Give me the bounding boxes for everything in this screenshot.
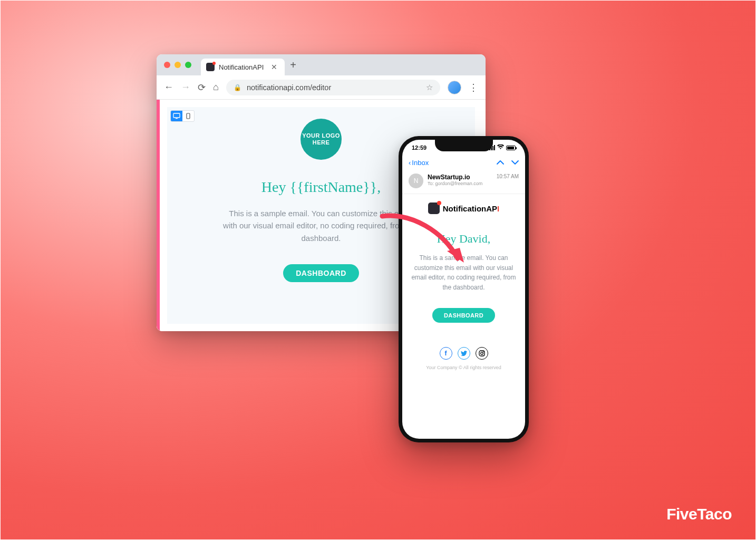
brand-logo: NotificationAPI — [428, 202, 500, 214]
dashboard-button[interactable]: DASHBOARD — [283, 264, 359, 282]
svg-point-5 — [483, 352, 484, 353]
mail-body: NotificationAPI Hey David, This is a sam… — [402, 194, 525, 439]
editor-side-rail — [157, 100, 160, 331]
tab-favicon-icon — [206, 63, 215, 71]
sender-avatar: N — [409, 173, 423, 188]
url-text: notificationapi.com/editor — [247, 83, 331, 92]
received-time: 10:57 AM — [497, 173, 519, 179]
address-bar[interactable]: 🔒 notificationapi.com/editor ☆ — [226, 80, 440, 95]
desktop-preview-button[interactable] — [171, 111, 182, 121]
brand-name-main: NotificationAP — [443, 204, 497, 213]
email-body-text: This is a sample email. You can customiz… — [221, 207, 421, 244]
desktop-icon — [173, 113, 180, 119]
profile-avatar[interactable] — [448, 81, 461, 94]
next-message-button[interactable] — [511, 159, 519, 167]
chevron-left-icon: ‹ — [409, 159, 411, 167]
watermark: FiveTaco — [666, 505, 732, 523]
mail-body-text: This is a sample email. You can customiz… — [410, 253, 518, 292]
minimize-window-button[interactable] — [175, 62, 181, 68]
browser-toolbar: ← → ⟳ ⌂ 🔒 notificationapi.com/editor ☆ ⋮ — [157, 75, 486, 100]
new-tab-button[interactable]: + — [290, 59, 296, 71]
close-tab-icon[interactable]: ✕ — [271, 63, 277, 71]
phone-screen: 12:59 ‹ Inbox — [402, 140, 525, 439]
svg-rect-1 — [176, 118, 178, 119]
instagram-icon[interactable] — [476, 347, 488, 360]
lock-icon: 🔒 — [234, 84, 241, 91]
maximize-window-button[interactable] — [185, 62, 191, 68]
mail-nav-bar: ‹ Inbox — [402, 156, 525, 169]
device-preview-toggle — [170, 110, 195, 122]
battery-icon — [506, 146, 516, 150]
forward-button[interactable]: → — [181, 82, 190, 93]
sender-name: NewStartup.io — [428, 173, 492, 181]
back-button[interactable]: ← — [164, 82, 173, 93]
home-button[interactable]: ⌂ — [213, 82, 219, 93]
mail-footer: Your Company © All rights reserved — [426, 365, 501, 370]
kebab-menu-icon[interactable]: ⋮ — [469, 82, 478, 93]
mail-header: N NewStartup.io To: gordon@freeman.com 1… — [402, 169, 525, 194]
window-controls — [164, 62, 191, 68]
twitter-icon[interactable] — [458, 347, 470, 360]
browser-tabstrip: NotificationAPI ✕ + — [157, 54, 486, 75]
browser-tab[interactable]: NotificationAPI ✕ — [201, 59, 285, 75]
phone-notch — [435, 140, 493, 151]
phone-mockup: 12:59 ‹ Inbox — [399, 136, 529, 442]
svg-point-4 — [480, 352, 483, 355]
status-time: 12:59 — [412, 144, 427, 151]
reload-button[interactable]: ⟳ — [198, 82, 206, 93]
bookmark-icon[interactable]: ☆ — [426, 83, 433, 92]
brand-name: NotificationAPI — [443, 204, 500, 213]
logo-placeholder-text: YOUR LOGO HERE — [301, 132, 342, 146]
email-heading: Hey {{firstName}}, — [261, 179, 381, 196]
social-links: f — [440, 347, 488, 360]
status-indicators — [489, 144, 516, 151]
logo-placeholder: YOUR LOGO HERE — [301, 119, 342, 160]
svg-rect-0 — [173, 113, 180, 118]
sender-info: NewStartup.io To: gordon@freeman.com — [428, 173, 492, 186]
facebook-icon[interactable]: f — [440, 347, 452, 360]
close-window-button[interactable] — [164, 62, 170, 68]
brand-name-accent: I — [497, 204, 499, 213]
sender-initial: N — [414, 177, 419, 185]
svg-rect-2 — [187, 113, 190, 119]
mail-heading: Hey David, — [437, 232, 490, 246]
message-nav — [497, 159, 519, 167]
brand-mark-icon — [428, 202, 440, 214]
tab-title: NotificationAPI — [219, 63, 264, 71]
dashboard-button[interactable]: DASHBOARD — [432, 308, 495, 323]
mobile-preview-button[interactable] — [182, 111, 194, 121]
recipient-line: To: gordon@freeman.com — [428, 181, 492, 186]
prev-message-button[interactable] — [497, 159, 504, 167]
back-to-inbox[interactable]: ‹ Inbox — [409, 159, 429, 167]
mobile-icon — [186, 113, 190, 119]
wifi-icon — [497, 144, 504, 151]
back-label: Inbox — [412, 159, 429, 167]
